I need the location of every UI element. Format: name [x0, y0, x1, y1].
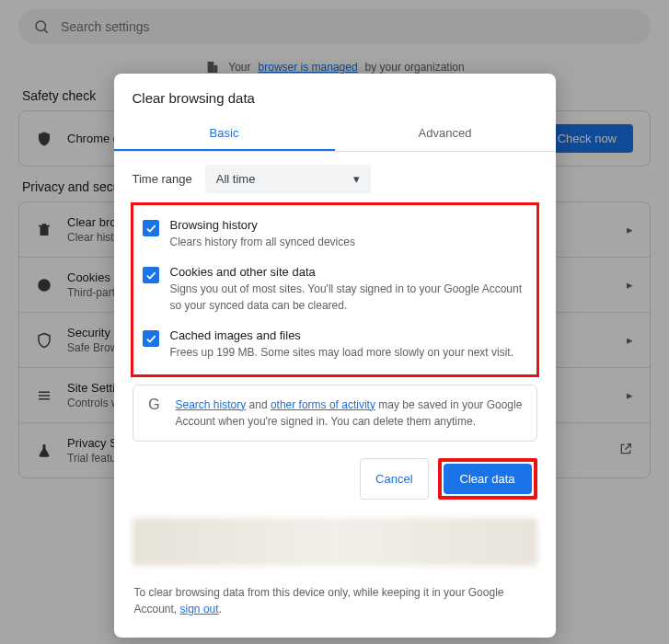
time-range-value: All time: [216, 172, 256, 186]
dialog-title: Clear browsing data: [114, 74, 556, 115]
time-range-label: Time range: [133, 172, 192, 186]
search-history-link[interactable]: Search history: [176, 398, 247, 411]
cancel-button[interactable]: Cancel: [360, 458, 428, 500]
google-account-note: G Search history and other forms of acti…: [133, 385, 537, 442]
option-desc: Clears history from all synced devices: [170, 235, 355, 250]
option-title: Browsing history: [170, 218, 355, 232]
dialog-tabs: Basic Advanced: [114, 115, 556, 152]
clear-data-button[interactable]: Clear data: [444, 464, 532, 494]
option-cookies: Cookies and other site dataSigns you out…: [137, 258, 529, 321]
tab-advanced[interactable]: Advanced: [335, 115, 556, 151]
option-title: Cookies and other site data: [170, 265, 524, 279]
note-mid: and: [246, 398, 271, 411]
footer-post: .: [219, 603, 222, 615]
options-highlight: Browsing historyClears history from all …: [131, 202, 539, 377]
clear-browsing-data-dialog: Clear browsing data Basic Advanced Time …: [114, 74, 556, 638]
option-desc: Frees up 199 MB. Some sites may load mor…: [170, 345, 513, 361]
option-desc: Signs you out of most sites. You'll stay…: [170, 282, 524, 314]
footer-note: To clear browsing data from this device …: [134, 584, 536, 617]
checkbox-browsing-history[interactable]: [143, 220, 159, 236]
option-title: Cached images and files: [170, 328, 513, 342]
dialog-actions: Cancel Clear data: [114, 442, 556, 503]
google-icon: G: [146, 397, 163, 413]
checkbox-cookies[interactable]: [143, 267, 159, 283]
clear-data-highlight: Clear data: [438, 458, 537, 500]
option-cached: Cached images and filesFrees up 199 MB. …: [137, 321, 529, 368]
chevron-down-icon: ▾: [353, 172, 360, 186]
other-activity-link[interactable]: other forms of activity: [271, 398, 375, 411]
blurred-region: [133, 518, 537, 566]
time-range-dropdown[interactable]: All time ▾: [205, 165, 371, 193]
tab-basic[interactable]: Basic: [114, 115, 335, 151]
checkbox-cached[interactable]: [143, 330, 159, 347]
option-browsing-history: Browsing historyClears history from all …: [137, 211, 529, 258]
sign-out-link[interactable]: sign out: [180, 603, 219, 615]
